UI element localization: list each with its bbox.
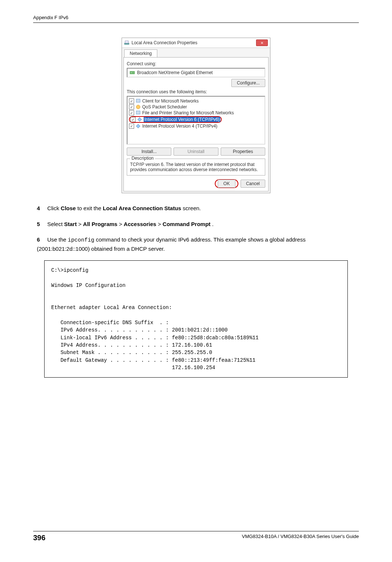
step-text: to exit the: [77, 205, 103, 211]
list-item-label: Internet Protocol Version 6 (TCP/IPv6): [144, 117, 220, 122]
svg-rect-0: [125, 43, 129, 45]
checkbox-icon[interactable]: ✓: [130, 117, 136, 122]
step-text: >: [78, 221, 83, 227]
svg-rect-6: [136, 111, 140, 114]
share-icon: [136, 110, 141, 115]
checkbox-icon[interactable]: ✓: [129, 110, 134, 115]
step-text: Use the: [47, 236, 68, 243]
list-item-label: File and Printer Sharing for Microsoft N…: [142, 110, 234, 115]
configure-button[interactable]: Configure...: [231, 79, 265, 87]
nic-icon: [130, 70, 135, 75]
lan-properties-dialog: Local Area Connection Properties ✕ Netwo…: [122, 38, 270, 193]
description-label: Description: [130, 156, 155, 161]
items-box: ✓ Client for Microsoft Networks ✓ QoS Pa…: [127, 96, 265, 145]
list-item-label: Internet Protocol Version 4 (TCP/IPv4): [142, 124, 217, 129]
step-5: 5 Select Start > All Programs > Accessor…: [37, 220, 359, 229]
svg-rect-1: [125, 41, 129, 43]
list-item[interactable]: ✓ File and Printer Sharing for Microsoft…: [129, 110, 263, 116]
red-highlight-oval: ✓ Internet Protocol Version 6 (TCP/IPv6): [129, 116, 222, 123]
list-item[interactable]: ✓ Internet Protocol Version 4 (TCP/IPv4): [129, 123, 263, 129]
checkbox-icon[interactable]: ✓: [129, 104, 134, 110]
network-icon: [124, 40, 129, 45]
step-bold: Close: [61, 205, 76, 211]
client-icon: [136, 98, 141, 104]
qos-icon: [136, 104, 141, 110]
nic-name: Broadcom NetXtreme Gigabit Ethernet: [137, 70, 213, 75]
step-text: Select: [47, 221, 64, 227]
description-group: Description TCP/IP version 6. The latest…: [127, 159, 265, 176]
header-title: Appendix F IPv6: [33, 15, 68, 20]
protocol-icon: [136, 124, 141, 129]
list-item[interactable]: ✓ QoS Packet Scheduler: [129, 104, 263, 110]
description-text: TCP/IP version 6. The latest version of …: [130, 162, 258, 172]
step-text: >: [119, 221, 124, 227]
properties-button[interactable]: Properties: [221, 148, 265, 156]
list-item[interactable]: ✓ Internet Protocol Version 6 (TCP/IPv6): [129, 116, 263, 123]
step-bold: Start: [64, 221, 77, 227]
step-number: 5: [37, 220, 46, 229]
cancel-button[interactable]: Cancel: [241, 180, 265, 188]
page-header: Appendix F IPv6: [33, 15, 359, 23]
tab-networking[interactable]: Networking: [124, 49, 157, 57]
step-4: 4 Click Close to exit the Local Area Con…: [37, 204, 359, 213]
svg-point-3: [131, 72, 132, 73]
console-output: C:\>ipconfig Windows IP Configuration Et…: [44, 260, 348, 378]
list-item-label: QoS Packet Scheduler: [142, 104, 187, 110]
dialog-title: Local Area Connection Properties: [132, 40, 197, 45]
svg-rect-2: [130, 72, 134, 74]
step-code: ipconfig: [68, 237, 94, 243]
step-text: Click: [47, 205, 61, 211]
checkbox-icon[interactable]: ✓: [129, 98, 134, 104]
list-item-label: Client for Microsoft Networks: [142, 98, 199, 104]
step-bold: Command Prompt: [162, 221, 210, 227]
step-number: 6: [37, 236, 46, 244]
dialog-title-bar: Local Area Connection Properties ✕: [122, 38, 270, 48]
step-text: >: [158, 221, 162, 227]
step-text: screen.: [183, 205, 201, 211]
close-icon[interactable]: ✕: [256, 39, 268, 46]
step-6: 6 Use the ipconfig command to check your…: [37, 236, 359, 253]
page-footer: 396 VMG8324-B10A / VMG8324-B30A Series U…: [33, 531, 359, 542]
nic-box: Broadcom NetXtreme Gigabit Ethernet: [127, 68, 265, 77]
ok-button[interactable]: OK: [218, 180, 235, 188]
uninstall-button[interactable]: Uninstall: [174, 148, 218, 156]
step-text: .: [212, 221, 214, 227]
step-bold: Accessories: [124, 221, 156, 227]
install-button[interactable]: Install...: [127, 148, 171, 156]
protocol-icon: [137, 117, 142, 122]
step-bold: Local Area Connection Status: [103, 205, 181, 211]
items-label: This connection uses the following items…: [127, 89, 265, 94]
svg-point-5: [136, 105, 140, 109]
svg-rect-4: [136, 99, 140, 103]
step-bold: All Programs: [83, 221, 117, 227]
step-number: 4: [37, 204, 46, 213]
connect-using-label: Connect using:: [127, 61, 265, 66]
red-highlight-oval: OK: [215, 179, 238, 188]
list-item[interactable]: ✓ Client for Microsoft Networks: [129, 98, 263, 104]
guide-title: VMG8324-B10A / VMG8324-B30A Series User'…: [242, 534, 359, 539]
page-number: 396: [33, 534, 45, 542]
checkbox-icon[interactable]: ✓: [129, 124, 134, 129]
